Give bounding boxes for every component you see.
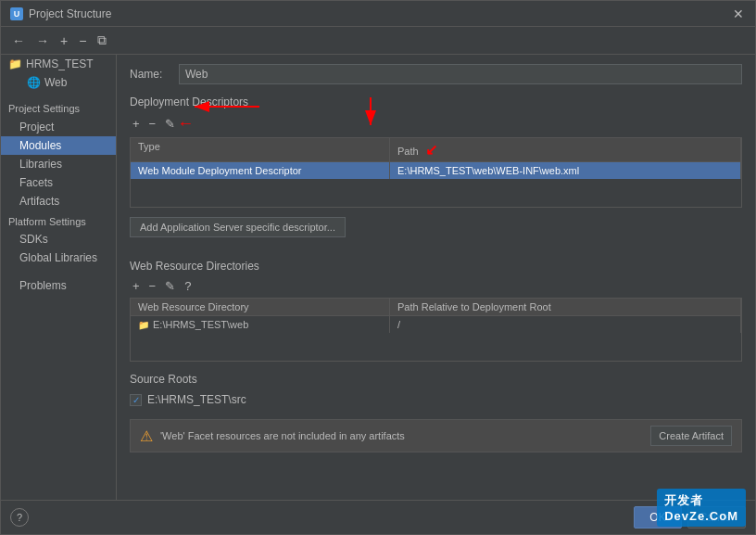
folder-icon: 📁	[8, 57, 22, 70]
webres-remove-btn[interactable]: −	[146, 278, 159, 294]
webres-table-empty	[131, 333, 741, 361]
web-resource-row[interactable]: 📁 E:\HRMS_TEST\web /	[131, 316, 741, 333]
create-artifact-button[interactable]: Create Artifact	[650, 426, 732, 446]
deployment-section: Deployment Descriptors	[130, 96, 742, 248]
right-panel: Name: Deployment Descriptors	[117, 55, 755, 500]
web-resource-header: Web Resource Directory Path Relative to …	[131, 299, 741, 316]
deployment-type-cell: Web Module Deployment Descriptor	[131, 162, 390, 179]
add-descriptor-button[interactable]: Add Application Server specific descript…	[130, 217, 346, 237]
web-resource-toolbar: + − ✎ ?	[130, 278, 742, 294]
platform-settings-label: Platform Settings	[1, 210, 116, 230]
web-resource-section: Web Resource Directories + − ✎ ? Web Res…	[130, 260, 742, 362]
name-field-row: Name:	[130, 64, 742, 84]
deployment-path-cell: E:\HRMS_TEST\web\WEB-INF\web.xml	[390, 162, 741, 179]
forward-button[interactable]: →	[32, 32, 53, 50]
copy-button[interactable]: ⧉	[94, 31, 110, 50]
webres-help-btn[interactable]: ?	[182, 278, 194, 294]
name-label: Name:	[130, 68, 171, 81]
sidebar-item-modules[interactable]: Modules	[1, 136, 116, 155]
deployment-table: Type Path ↙ Web Module Deployment Descri…	[130, 137, 742, 208]
source-roots-section: Source Roots E:\HRMS_TEST\src	[130, 373, 742, 408]
deployment-table-header: Type Path ↙	[131, 138, 741, 162]
add-button[interactable]: +	[57, 32, 71, 50]
sidebar-item-artifacts[interactable]: Artifacts	[1, 192, 116, 210]
remove-button[interactable]: −	[75, 32, 90, 50]
sidebar: 📁 HRMS_TEST 🌐 Web Project Settings Proje…	[1, 55, 117, 500]
project-settings-label: Project Settings	[1, 99, 116, 118]
deployment-section-title: Deployment Descriptors	[130, 96, 742, 108]
source-root-checkbox[interactable]	[130, 394, 142, 406]
relpath-cell: /	[390, 316, 741, 333]
source-roots-title: Source Roots	[130, 373, 742, 386]
type-header: Type	[131, 138, 390, 161]
source-root-row[interactable]: E:\HRMS_TEST\src	[130, 391, 742, 408]
webres-edit-btn[interactable]: ✎	[162, 278, 178, 294]
sidebar-item-sdks[interactable]: SDKs	[1, 230, 116, 248]
tree-root-label: HRMS_TEST	[26, 57, 94, 70]
folder-small-icon: 📁	[138, 320, 149, 330]
webdir-cell: 📁 E:\HRMS_TEST\web	[131, 316, 390, 333]
main-toolbar: ← → + − ⧉	[1, 27, 755, 55]
help-button[interactable]: ?	[10, 508, 29, 527]
tree-child-label: Web	[44, 76, 67, 89]
tree-root[interactable]: 📁 HRMS_TEST	[1, 55, 116, 73]
bottom-bar: ? OK Cancel	[1, 500, 755, 534]
title-bar: U Project Structure ✕	[1, 1, 755, 27]
name-input[interactable]	[179, 64, 742, 84]
web-resource-table: Web Resource Directory Path Relative to …	[130, 298, 742, 362]
sidebar-item-problems[interactable]: Problems	[1, 276, 116, 295]
deployment-add-btn[interactable]: +	[130, 116, 143, 132]
deployment-remove-btn[interactable]: −	[146, 116, 159, 132]
close-button[interactable]: ✕	[731, 6, 746, 21]
web-icon: 🌐	[27, 76, 41, 89]
deployment-edit-btn[interactable]: ✎	[162, 116, 178, 132]
webdir-header: Web Resource Directory	[131, 299, 390, 315]
arrow-down-icon: ↙	[425, 142, 437, 158]
warning-icon: ⚠	[140, 427, 153, 445]
dialog-title: Project Structure	[29, 7, 111, 20]
webres-add-btn[interactable]: +	[130, 278, 143, 294]
sidebar-item-project[interactable]: Project	[1, 118, 116, 136]
arrow-left-icon: ←	[177, 114, 194, 134]
app-icon: U	[10, 7, 23, 20]
deployment-table-row[interactable]: Web Module Deployment Descriptor E:\HRMS…	[131, 162, 741, 179]
path-header: Path ↙	[390, 138, 741, 161]
tree-child-web[interactable]: 🌐 Web	[1, 73, 116, 92]
source-root-path: E:\HRMS_TEST\src	[147, 393, 246, 406]
back-button[interactable]: ←	[8, 32, 29, 50]
main-content: 📁 HRMS_TEST 🌐 Web Project Settings Proje…	[1, 55, 755, 500]
sidebar-item-libraries[interactable]: Libraries	[1, 155, 116, 173]
sidebar-item-facets[interactable]: Facets	[1, 173, 116, 192]
warning-bar: ⚠ 'Web' Facet resources are not included…	[130, 419, 742, 452]
warning-text: 'Web' Facet resources are not included i…	[160, 430, 643, 441]
deployment-table-empty	[131, 179, 741, 207]
deployment-toolbar: + − ✎ ←	[130, 114, 742, 134]
sidebar-item-global-libraries[interactable]: Global Libraries	[1, 248, 116, 267]
web-resource-title: Web Resource Directories	[130, 260, 742, 273]
watermark: 开发者 DevZe.CoM	[657, 489, 746, 527]
relpath-header: Path Relative to Deployment Root	[390, 299, 741, 315]
